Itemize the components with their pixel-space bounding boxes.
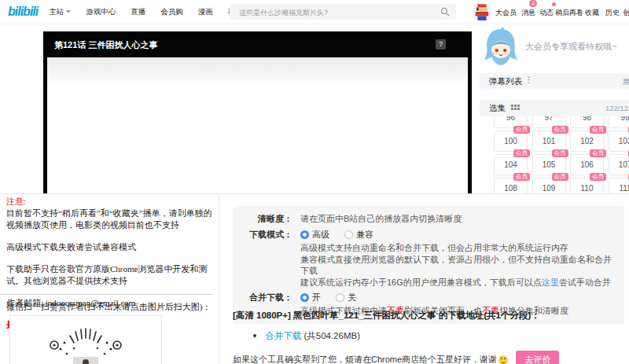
episode-card[interactable]: 会员109 [532, 178, 566, 194]
player-header: 第121话 三件困扰人心之事 ? [43, 31, 472, 57]
wechat-tip: 微信扫一扫赞赏作者(扫不出来请点击图片后扫大图)： [6, 301, 212, 313]
episode-number: 102 [580, 137, 594, 145]
episode-card[interactable]: 会员99 [609, 116, 629, 128]
mode-desc-3: 建议系统运行内存小于16G的用户使用兼容模式，下载后可以点这里尝试手动合并 [300, 277, 613, 289]
rating-text: 如果这个工具确实帮到了您，烦请在Chrome商店给个五星好评，谢谢 [233, 354, 497, 364]
episode-number: 104 [504, 160, 517, 169]
chevron-down-icon [66, 10, 71, 13]
mode-row: 下载模式： 高级 兼容 高级模式支持自动重命名和合并下载，但会占用非常大的系统运… [244, 229, 613, 288]
vip-badge: 会员 [590, 126, 606, 134]
manual-merge-link[interactable]: 这里 [542, 278, 559, 287]
nav-item-messages[interactable]: 消息 [521, 8, 535, 18]
nav-item-favorites[interactable]: 收藏 [585, 8, 599, 18]
radio-selected-icon[interactable] [300, 293, 309, 302]
search-input[interactable] [237, 4, 429, 21]
download-link-item: 合并下载 (共504.26MB) [253, 330, 626, 342]
episode-card[interactable]: 会员102 [570, 131, 604, 152]
danmaku-expand-label[interactable]: 展开 [623, 77, 629, 87]
feed-notification-dot [552, 2, 556, 6]
episode-number: 110 [581, 184, 594, 193]
more-options-icon[interactable]: ⋮ [525, 75, 533, 84]
mode-option-compat[interactable]: 兼容 [344, 230, 373, 239]
episode-card[interactable]: 会员101 [532, 131, 566, 152]
grid-view-icon[interactable] [511, 105, 520, 112]
message-count-badge: 4 [529, 0, 537, 7]
nav-item-manga[interactable]: 漫画 [198, 7, 213, 17]
notes-divider [0, 294, 212, 295]
note-paragraph-2: 高级模式下载失败请尝试兼容模式 [6, 241, 212, 253]
radio-selected-icon[interactable] [300, 230, 309, 239]
nav-item-game-center[interactable]: 游戏中心 [86, 7, 116, 17]
vertical-divider [219, 194, 219, 364]
episode-number: 106 [580, 160, 594, 169]
merge-download-link[interactable]: 合并下载 [265, 331, 301, 340]
bullet-icon [253, 334, 256, 337]
danmaku-list-title: 弹幕列表 [489, 76, 522, 87]
episode-card[interactable]: 会员105 [532, 154, 566, 175]
vip-badge: 会员 [590, 173, 606, 181]
radio-unselected-icon[interactable] [336, 293, 344, 302]
vip-badge: 会员 [552, 173, 568, 181]
page: bilibili 主站 游戏中心 直播 会员购 漫画 赛事 下载APP [0, 0, 629, 364]
avatar-pixel-art [473, 3, 491, 20]
note-paragraph-3: 下载助手只在谷歌官方原版Chrome浏览器中开发和测试。其他浏览器不提供技术支持 [6, 263, 212, 287]
user-avatar[interactable] [473, 3, 491, 20]
episode-number: 111 [619, 184, 629, 193]
episode-number: 107 [619, 160, 629, 169]
radio-unselected-icon[interactable] [344, 230, 353, 239]
download-links-section: [高清 1080P+] 黑色四叶草_121_三件困扰人心之事 的下载地址(共1个… [233, 310, 626, 364]
merge-option-off[interactable]: 关 [336, 292, 356, 302]
episode-number: 109 [543, 184, 556, 193]
rate-button[interactable]: 去评价 [516, 351, 559, 364]
download-settings-panel: 清晰度： 请在页面中B站自己的播放器内切换清晰度 下载模式： 高级 兼容 高级模… [233, 206, 624, 324]
mode-label: 下载模式： [244, 229, 292, 288]
top-navbar: bilibili 主站 游戏中心 直播 会员购 漫画 赛事 下载APP [0, 0, 629, 24]
wechat-reward-qr[interactable] [9, 315, 162, 364]
episode-card[interactable]: 会员111 [609, 178, 629, 194]
mode-desc-2: 兼容模式直接使用浏览器的默认下载，资源占用很小，但不支持自动重命名和合并下载 [300, 254, 613, 277]
episode-number: 99 [620, 116, 629, 122]
episode-card[interactable]: 会员100 [494, 131, 528, 152]
nav-item-watch-later[interactable]: 稍后再看 [555, 8, 583, 18]
episode-number: 96 [506, 116, 515, 122]
nav-item-main[interactable]: 主站 [49, 7, 71, 17]
nav-item-mall[interactable]: 会员购 [160, 7, 183, 17]
episode-number: 103 [619, 137, 629, 145]
mascot-avatar [483, 28, 519, 70]
episode-number: 100 [504, 137, 517, 145]
attention-label: 注意: [6, 197, 26, 206]
mode-option-advanced[interactable]: 高级 [300, 230, 329, 239]
danmaku-list-header[interactable]: 弹幕列表 ⋮ 展开 [480, 73, 629, 90]
qr-decoration [35, 322, 137, 364]
search-icon[interactable] [440, 7, 450, 17]
vip-badge: 会员 [513, 173, 530, 181]
episode-number: 108 [504, 184, 517, 193]
merge-option-on[interactable]: 开 [300, 292, 321, 302]
episode-card[interactable]: 会员104 [494, 154, 528, 175]
vip-banner-text[interactable]: 大会员专享观看特权哦~ [525, 41, 616, 53]
episode-card[interactable]: 会员106 [570, 154, 604, 175]
nav-item-live[interactable]: 直播 [131, 7, 145, 17]
quality-label: 清晰度： [244, 213, 292, 225]
quality-text: 请在页面中B站自己的播放器内切换清晰度 [300, 213, 462, 225]
episode-number: 101 [543, 137, 556, 145]
episode-card[interactable]: 会员103 [609, 131, 629, 152]
vip-badge: 会员 [513, 126, 530, 134]
episode-number: 98 [583, 116, 591, 122]
video-player[interactable]: 第121话 三件困扰人心之事 ? [43, 31, 472, 194]
smiley-icon [498, 355, 508, 364]
bilibili-logo[interactable]: bilibili [8, 5, 38, 19]
episodes-header: 选集 122/122 [480, 100, 629, 116]
video-frame[interactable] [47, 57, 468, 194]
vip-badge: 会员 [590, 149, 606, 157]
nav-item-history[interactable]: 历史 [605, 8, 620, 18]
episode-card[interactable]: 会员110 [570, 178, 604, 194]
nav-item-feed[interactable]: 动态 [539, 8, 554, 18]
nav-item-vip[interactable]: 大会员 [495, 8, 517, 18]
horizontal-divider [0, 193, 629, 194]
download-size: (共504.26MB) [303, 331, 360, 340]
episode-card[interactable]: 会员107 [609, 154, 629, 175]
help-icon[interactable]: ? [436, 39, 446, 50]
nav-item-creator[interactable]: 创作中心 [623, 8, 629, 18]
episode-card[interactable]: 会员108 [494, 178, 528, 194]
